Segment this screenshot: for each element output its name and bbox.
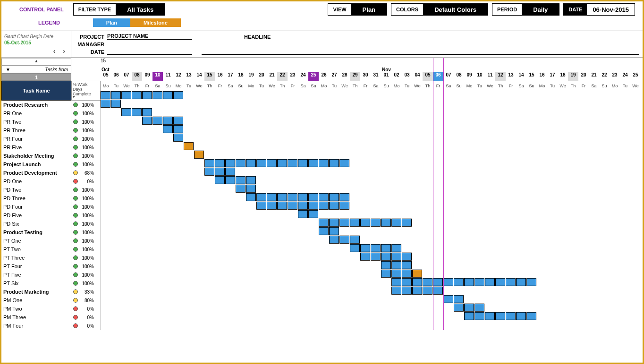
plan-cell[interactable] — [277, 202, 287, 210]
plan-cell[interactable] — [485, 278, 495, 286]
plan-cell[interactable] — [443, 295, 453, 303]
task-name[interactable]: PM One — [1, 296, 71, 305]
task-name[interactable]: PT Two — [1, 245, 71, 254]
plan-cell[interactable] — [412, 278, 422, 286]
plan-cell[interactable] — [215, 176, 225, 184]
manager-value[interactable] — [107, 41, 192, 47]
dropdown-icon[interactable]: ▾ — [73, 94, 75, 99]
view-control[interactable]: VIEW Plan — [328, 3, 387, 16]
plan-cell[interactable] — [423, 287, 432, 295]
task-name[interactable]: PT Three — [1, 254, 71, 262]
plan-cell[interactable] — [319, 202, 329, 210]
task-name[interactable]: Project Launch — [1, 160, 71, 169]
plan-cell[interactable] — [339, 193, 349, 201]
plan-cell[interactable] — [423, 278, 432, 286]
plan-cell[interactable] — [142, 117, 152, 125]
plan-cell[interactable] — [319, 227, 329, 235]
plan-cell[interactable] — [121, 91, 131, 99]
plan-cell[interactable] — [360, 219, 370, 227]
plan-cell[interactable] — [464, 304, 474, 312]
milestone-cell[interactable] — [184, 142, 194, 150]
plan-cell[interactable] — [215, 159, 225, 167]
plan-cell[interactable] — [329, 219, 339, 227]
plan-cell[interactable] — [111, 100, 121, 108]
plan-cell[interactable] — [443, 278, 453, 286]
plan-cell[interactable] — [142, 91, 152, 99]
plan-cell[interactable] — [433, 287, 443, 295]
scroll-up-button[interactable]: ▲ — [1, 58, 71, 66]
plan-cell[interactable] — [246, 176, 256, 184]
plan-cell[interactable] — [391, 253, 401, 261]
plan-cell[interactable] — [101, 100, 110, 108]
plan-cell[interactable] — [402, 261, 412, 269]
plan-cell[interactable] — [236, 185, 246, 193]
task-name[interactable]: PD Four — [1, 203, 71, 211]
plan-cell[interactable] — [153, 91, 162, 99]
task-name[interactable]: PR One — [1, 109, 71, 118]
plan-cell[interactable] — [267, 159, 277, 167]
colors-control[interactable]: COLORS Default Colors — [391, 3, 488, 16]
plan-cell[interactable] — [526, 312, 536, 320]
task-name[interactable]: PR Three — [1, 126, 71, 135]
task-name[interactable]: Product Research — [1, 101, 71, 109]
plan-cell[interactable] — [350, 244, 360, 252]
plan-cell[interactable] — [163, 91, 173, 99]
plan-cell[interactable] — [350, 219, 360, 227]
plan-cell[interactable] — [371, 253, 381, 261]
plan-cell[interactable] — [173, 117, 183, 125]
plan-cell[interactable] — [454, 278, 464, 286]
plan-cell[interactable] — [391, 244, 401, 252]
plan-cell[interactable] — [319, 193, 329, 201]
plan-cell[interactable] — [256, 193, 266, 201]
plan-cell[interactable] — [101, 91, 110, 99]
plan-cell[interactable] — [256, 202, 266, 210]
plan-cell[interactable] — [142, 108, 152, 116]
plan-cell[interactable] — [381, 219, 391, 227]
task-name[interactable]: PM Three — [1, 313, 71, 322]
plan-cell[interactable] — [412, 287, 422, 295]
plan-cell[interactable] — [246, 193, 256, 201]
plan-cell[interactable] — [298, 193, 308, 201]
plan-cell[interactable] — [132, 91, 142, 99]
task-name[interactable]: PM Two — [1, 305, 71, 313]
task-name[interactable]: PR Four — [1, 135, 71, 143]
task-name[interactable]: PT Six — [1, 279, 71, 288]
plan-cell[interactable] — [339, 236, 349, 244]
plan-cell[interactable] — [485, 312, 495, 320]
task-name[interactable]: PR Five — [1, 143, 71, 152]
plan-cell[interactable] — [173, 91, 183, 99]
plan-cell[interactable] — [329, 202, 339, 210]
task-name[interactable]: PT Four — [1, 262, 71, 271]
plan-cell[interactable] — [464, 278, 474, 286]
plan-cell[interactable] — [329, 227, 339, 235]
plan-cell[interactable] — [516, 312, 526, 320]
task-name[interactable]: PD Three — [1, 194, 71, 203]
plan-cell[interactable] — [339, 159, 349, 167]
plan-cell[interactable] — [381, 270, 391, 278]
plan-cell[interactable] — [319, 159, 329, 167]
plan-cell[interactable] — [391, 261, 401, 269]
plan-cell[interactable] — [391, 278, 401, 286]
plan-cell[interactable] — [516, 278, 526, 286]
tasks-from-row[interactable]: ▼ Tasks from — [1, 66, 71, 73]
plan-cell[interactable] — [225, 168, 235, 176]
plan-cell[interactable] — [360, 253, 370, 261]
plan-cell[interactable] — [339, 202, 349, 210]
plan-cell[interactable] — [298, 210, 308, 218]
plan-cell[interactable] — [506, 278, 516, 286]
milestone-cell[interactable] — [412, 270, 422, 278]
plan-cell[interactable] — [204, 159, 214, 167]
plan-cell[interactable] — [329, 193, 339, 201]
plan-cell[interactable] — [204, 168, 214, 176]
prev-date-button[interactable]: ‹ — [53, 47, 56, 55]
plan-cell[interactable] — [402, 270, 412, 278]
plan-cell[interactable] — [506, 312, 516, 320]
plan-cell[interactable] — [121, 108, 131, 116]
plan-cell[interactable] — [225, 159, 235, 167]
plan-cell[interactable] — [308, 210, 318, 218]
plan-cell[interactable] — [329, 236, 339, 244]
plan-cell[interactable] — [391, 287, 401, 295]
plan-cell[interactable] — [246, 185, 256, 193]
plan-cell[interactable] — [475, 312, 484, 320]
plan-cell[interactable] — [350, 236, 360, 244]
